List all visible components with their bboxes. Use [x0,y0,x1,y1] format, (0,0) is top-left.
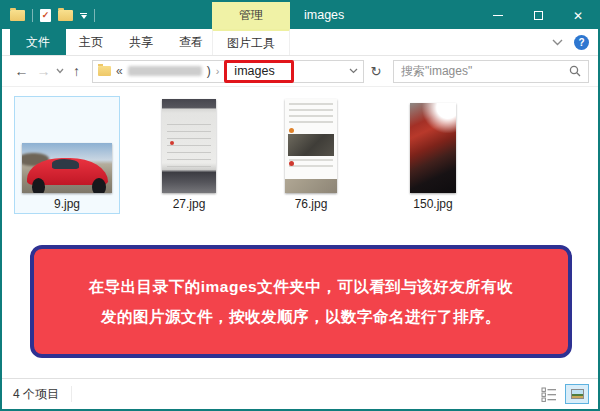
address-bar[interactable]: « ) › images [92,60,364,83]
refresh-button[interactable]: ↻ [367,64,385,79]
status-divider [71,386,72,402]
ribbon-tab-row: 文件 主页 共享 查看 图片工具 ? [2,29,598,56]
help-icon[interactable]: ? [574,35,589,50]
thumbnail-monitor-photo [162,99,216,193]
annotation-text-line: 发的图片源文件，按收发顺序，以数字命名进行了排序。 [101,302,501,332]
toolbar-divider [32,9,33,22]
close-button[interactable]: ✕ [558,2,598,29]
large-icons-view-button[interactable] [565,384,589,404]
picture-view-icon [571,389,584,399]
file-name-label: 76.jpg [295,197,328,211]
folder-icon [98,66,111,76]
item-count: 4 个项目 [13,386,59,403]
file-list-area: 9.jpg 27.jpg 76.jpg [2,87,598,378]
tab-view[interactable]: 查看 [166,29,216,55]
minimize-button[interactable] [478,2,518,29]
search-placeholder: 搜索"images" [401,63,569,80]
tab-home[interactable]: 主页 [66,29,116,55]
title-bar: ✓ 管理 images ✕ [2,2,598,29]
file-item-76jpg[interactable]: 76.jpg [258,96,364,214]
tab-file[interactable]: 文件 [10,29,66,55]
back-button[interactable]: ← [12,63,31,79]
breadcrumb-current-images[interactable]: images [224,60,293,83]
thumbnail-row: 9.jpg 27.jpg 76.jpg [2,87,598,214]
annotation-callout: 在导出目录下的images文件夹中，可以看到与该好友所有收 发的图片源文件，按收… [30,245,572,358]
maximize-icon [534,11,543,20]
file-name-label: 27.jpg [173,197,206,211]
new-folder-icon[interactable] [58,10,73,21]
maximize-button[interactable] [518,2,558,29]
file-item-150jpg[interactable]: 150.jpg [380,96,486,214]
file-name-label: 150.jpg [413,197,452,211]
expand-ribbon-chevron-icon[interactable] [552,39,563,46]
close-icon: ✕ [573,10,583,22]
file-name-label: 9.jpg [54,197,80,211]
tab-picture-tools[interactable]: 图片工具 [212,29,290,55]
status-bar: 4 个项目 [2,378,598,409]
quick-access-toolbar: ✓ [2,9,95,22]
path-paren: ) [207,64,211,78]
toolbar-divider [94,9,95,22]
search-box[interactable]: 搜索"images" [393,60,589,83]
folder-icon[interactable] [10,10,25,21]
details-view-icon[interactable] [541,387,558,402]
properties-check-icon[interactable]: ✓ [40,9,51,22]
search-icon [569,65,581,77]
thumbnail-car-headlight [410,103,456,193]
up-button[interactable]: ↑ [67,63,86,79]
window-controls: ✕ [478,2,598,29]
file-item-27jpg[interactable]: 27.jpg [136,96,242,214]
explorer-window: ✓ 管理 images ✕ 文件 主页 共享 查看 图片工具 ? ← → ↑ [0,0,600,411]
address-dropdown-chevron-icon[interactable] [349,68,358,74]
minimize-icon [493,15,503,16]
contextual-tab-header[interactable]: 管理 [212,2,290,29]
window-title: images [304,2,344,29]
tab-share[interactable]: 共享 [116,29,166,55]
recent-locations-chevron-icon[interactable] [56,68,64,74]
redacted-path-segment [128,66,202,76]
address-row: ← → ↑ « ) › images ↻ 搜索"images" [2,56,598,87]
customize-toolbar-caret-icon[interactable] [80,13,87,19]
breadcrumb-separator: › [216,65,220,77]
file-item-9jpg[interactable]: 9.jpg [14,96,120,214]
annotation-text-line: 在导出目录下的images文件夹中，可以看到与该好友所有收 [89,272,513,302]
thumbnail-social-feed [285,99,337,193]
forward-button[interactable]: → [34,63,53,79]
ribbon-right-controls: ? [552,29,589,55]
thumbnail-red-sports-car [22,143,112,193]
path-guillemet: « [116,64,123,78]
